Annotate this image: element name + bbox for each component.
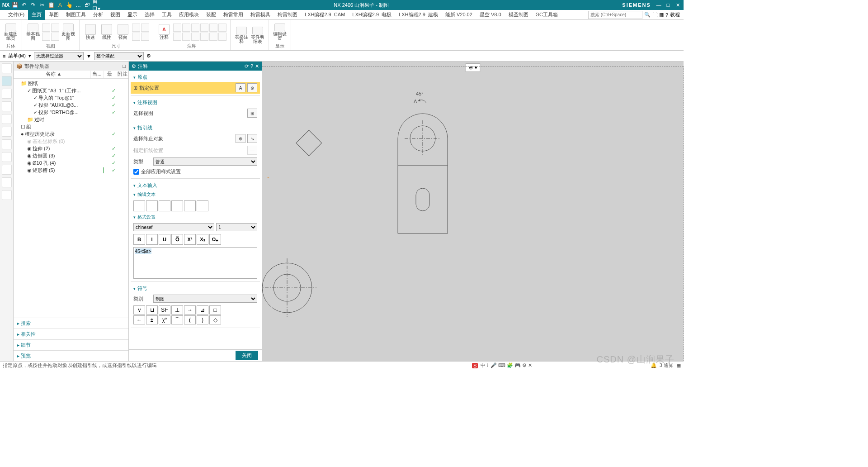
exp-preview[interactable]: ▸ 预览	[14, 350, 128, 361]
view-icon-2[interactable]	[51, 24, 59, 32]
dlg-gear-icon[interactable]: ⚙	[132, 63, 136, 69]
sym-cell[interactable]: ⊿	[197, 305, 208, 315]
type-select[interactable]: 普通	[153, 157, 257, 166]
fmt-U[interactable]: U	[159, 234, 170, 245]
sym-cell[interactable]: →	[184, 305, 196, 315]
sec-text[interactable]: 文本输入	[131, 181, 260, 190]
row-terminal[interactable]: 选择终止对象⊕↘	[131, 133, 260, 144]
n3[interactable]	[191, 24, 199, 32]
fmt-Ω₊[interactable]: Ω₊	[209, 234, 221, 245]
tree-row[interactable]: ✓投影 "AUXIL@3...✓	[14, 101, 128, 109]
dim-icon-2[interactable]	[141, 24, 149, 32]
rb-box-icon[interactable]	[2, 127, 12, 137]
row-type[interactable]: 类型普通	[131, 156, 260, 167]
filter-opt-icon[interactable]: ⚙	[146, 53, 151, 59]
category-select[interactable]: 制图	[153, 295, 257, 303]
tree-row[interactable]: ◉边倒圆 (3)✓	[14, 152, 128, 159]
menu-drafting[interactable]: 制图工具	[62, 10, 90, 20]
dlg-close-icon[interactable]: ✕	[255, 63, 259, 69]
menu-view[interactable]: 视图	[107, 10, 124, 20]
exp-search[interactable]: ▸ 搜索	[14, 318, 128, 329]
size-select[interactable]: 1	[216, 223, 257, 231]
close-icon[interactable]: ✕	[674, 1, 682, 9]
edit-dia-icon[interactable]	[197, 200, 208, 211]
tree-row[interactable]: ●模型历史记录✓	[14, 130, 128, 138]
filter-icon[interactable]: ▼	[86, 53, 91, 59]
tree-row[interactable]: ☐组	[14, 123, 128, 130]
menu-ml3[interactable]: 梅雷制图	[274, 10, 301, 20]
tree-row[interactable]: ◉拉伸 (2)✓	[14, 145, 128, 152]
base-view-button[interactable]: 基本视图	[26, 24, 40, 41]
rb-assembly-icon[interactable]	[2, 89, 12, 99]
filter-select-1[interactable]: 无选择过滤器	[34, 52, 84, 60]
sym-cell[interactable]: □	[209, 305, 221, 315]
dim-icon-4[interactable]	[141, 33, 149, 41]
rb-info-icon[interactable]	[2, 139, 12, 149]
menu-select[interactable]: 选择	[141, 10, 158, 20]
edit-copy-icon[interactable]	[159, 200, 170, 211]
fmt-X²[interactable]: X²	[184, 234, 196, 245]
row-category[interactable]: 类别制图	[131, 293, 260, 304]
sec-origin[interactable]: 原点	[131, 72, 260, 82]
menu-sketch[interactable]: 草图	[45, 10, 62, 20]
sec-symbol[interactable]: 符号	[131, 284, 260, 293]
view-icon-1[interactable]	[42, 24, 50, 32]
menu-ml1[interactable]: 梅雷常用	[220, 10, 247, 20]
col-name[interactable]: 名称 ▲	[14, 71, 90, 78]
sec-leader[interactable]: 指引线	[131, 123, 260, 133]
rb-nav-icon[interactable]	[2, 76, 12, 86]
font-select[interactable]: chinesef	[133, 223, 214, 231]
linear-dim-button[interactable]: 线性	[99, 24, 114, 41]
col-note[interactable]: 附注	[116, 71, 128, 78]
dim-icon-3[interactable]	[132, 33, 140, 41]
nav-pin-icon[interactable]: □	[123, 63, 126, 69]
col-latest[interactable]: 最	[103, 71, 116, 78]
term-line-btn[interactable]: ↘	[247, 134, 257, 143]
ime-icon[interactable]: S	[472, 363, 478, 368]
pos-btn-x[interactable]: ⊗	[247, 83, 257, 92]
window-menu[interactable]: 窗口▾	[92, 1, 100, 9]
dlg-help-icon[interactable]: ?	[250, 63, 253, 69]
minimize-icon[interactable]: —	[655, 1, 663, 9]
save-icon[interactable]: 💾	[11, 1, 19, 9]
n12[interactable]	[218, 33, 226, 41]
sec-edit-text[interactable]: 编辑文本	[131, 190, 260, 199]
text-input-area[interactable]: 45<$s>	[133, 247, 257, 279]
n8[interactable]	[182, 33, 190, 41]
fmt-X₂[interactable]: X₂	[197, 234, 208, 245]
redo-icon[interactable]: ↷	[29, 1, 37, 9]
rb-sheet-icon[interactable]	[2, 190, 12, 200]
tree-row[interactable]: ✓导入的 "Top@1"✓	[14, 94, 128, 101]
copy-icon[interactable]: 📋	[47, 1, 55, 9]
fmt-I[interactable]: I	[146, 234, 158, 245]
search-icon[interactable]: 🔍	[644, 12, 651, 18]
filter-select-2[interactable]: 整个装配	[94, 52, 144, 60]
sec-view[interactable]: 注释视图	[131, 98, 260, 107]
edit-tb-icon[interactable]	[184, 200, 196, 211]
pos-btn-a[interactable]: A	[236, 83, 245, 92]
view-icon-3[interactable]	[42, 33, 50, 41]
notif-bell-icon[interactable]: 🔔	[651, 362, 657, 368]
search-input[interactable]	[588, 11, 642, 19]
n5[interactable]	[209, 24, 217, 32]
menu-label[interactable]: 菜单(M)	[8, 52, 26, 59]
row-position[interactable]: ⊞指定位置A⊗	[131, 82, 260, 94]
n4[interactable]	[200, 24, 208, 32]
more-icon[interactable]: …	[74, 1, 82, 9]
exp-detail[interactable]: ▸ 细节	[14, 339, 128, 350]
menu-lxh1[interactable]: LXH编程2.9_CAM	[301, 10, 349, 20]
menu-tools[interactable]: 工具	[158, 10, 175, 20]
nav-tree[interactable]: 📁图纸✓图纸页 "A3_1" (工作...✓✓导入的 "Top@1"✓✓投影 "…	[14, 79, 128, 318]
sym-cell[interactable]: ⊔	[146, 305, 158, 315]
menu-ml2[interactable]: 梅雷模具	[247, 10, 274, 20]
close-button[interactable]: 关闭	[236, 351, 258, 360]
edit-cut-icon[interactable]	[146, 200, 158, 211]
tree-row[interactable]: ✓图纸页 "A3_1" (工作...✓	[14, 87, 128, 94]
sym-cell[interactable]: ±	[146, 315, 158, 324]
sym-cell[interactable]: ←	[133, 315, 145, 324]
n9[interactable]	[191, 33, 199, 41]
tree-row[interactable]: 📁图纸	[14, 80, 128, 87]
fmt-B[interactable]: B	[133, 234, 145, 245]
sym-cell[interactable]: ⊥	[171, 305, 183, 315]
row-select-view[interactable]: 选择视图⊞	[131, 107, 260, 119]
